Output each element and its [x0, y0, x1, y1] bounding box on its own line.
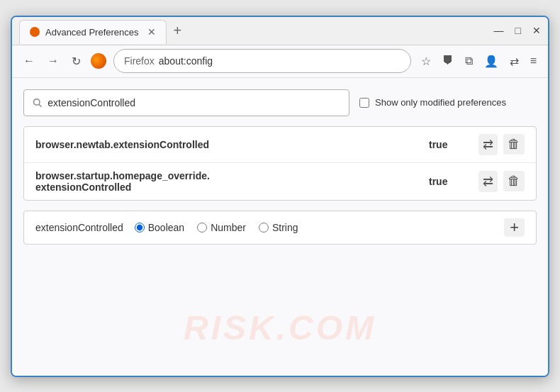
minimize-button[interactable]: —: [494, 25, 504, 36]
add-preference-row: extensionControlled Boolean Number Strin…: [23, 211, 537, 245]
delete-button-1[interactable]: 🗑: [503, 134, 525, 155]
string-radio[interactable]: [259, 223, 269, 233]
toggle-button-2[interactable]: ⇄: [478, 171, 498, 192]
firefox-logo: [91, 53, 106, 69]
window-controls: — □ ✕: [494, 25, 541, 36]
browser-window: Advanced Preferences ✕ + — □ ✕ ← → ↻ Fir…: [11, 16, 549, 377]
forward-button[interactable]: →: [45, 52, 62, 70]
show-modified-checkbox[interactable]: [359, 98, 369, 108]
maximize-button[interactable]: □: [515, 25, 521, 36]
nav-icons: ☆ ⛊ ⧉ 👤 ⇄ ≡: [418, 52, 539, 71]
results-table: browser.newtab.extensionControlled true …: [23, 126, 537, 201]
svg-point-0: [33, 99, 40, 105]
pref-name-1: browser.newtab.extensionControlled: [35, 139, 422, 150]
refresh-button[interactable]: ↻: [69, 52, 84, 71]
number-label: Number: [211, 222, 246, 233]
pref-value-1: true: [429, 139, 471, 150]
tab-title: Advanced Preferences: [45, 27, 139, 38]
search-row: Show only modified preferences: [23, 89, 537, 116]
new-tab-button[interactable]: +: [174, 23, 182, 38]
browser-name: Firefox: [124, 55, 155, 67]
content-area: Show only modified preferences browser.n…: [12, 78, 548, 376]
tab-close-button[interactable]: ✕: [147, 26, 156, 38]
new-pref-name: extensionControlled: [35, 222, 123, 233]
pref-value-2: true: [429, 176, 471, 187]
watermark: RISK.COM: [184, 308, 376, 347]
boolean-radio-option[interactable]: Boolean: [135, 222, 184, 233]
row-actions-2: ⇄ 🗑: [478, 171, 525, 192]
toggle-button-1[interactable]: ⇄: [478, 134, 498, 155]
pref-name-2: browser.startup.homepage_override. exten…: [35, 170, 422, 193]
menu-icon[interactable]: ≡: [527, 52, 539, 70]
star-icon[interactable]: ☆: [418, 52, 434, 71]
title-bar: Advanced Preferences ✕ + — □ ✕: [12, 17, 548, 45]
table-row: browser.newtab.extensionControlled true …: [24, 127, 536, 163]
search-icon: [33, 98, 42, 108]
string-label: String: [272, 222, 298, 233]
type-radio-group: Boolean Number String: [135, 222, 298, 233]
shield-icon[interactable]: ⛊: [439, 52, 457, 70]
show-modified-label: Show only modified preferences: [375, 97, 506, 108]
row-actions-1: ⇄ 🗑: [478, 134, 525, 155]
add-pref-button[interactable]: +: [504, 218, 525, 237]
profile-icon[interactable]: 👤: [481, 52, 501, 71]
tab-favicon: [30, 27, 40, 37]
nav-bar: ← → ↻ Firefox about:config ☆ ⛊ ⧉ 👤 ⇄ ≡: [12, 45, 548, 78]
search-box[interactable]: [23, 89, 349, 116]
browser-tab[interactable]: Advanced Preferences ✕: [19, 20, 167, 44]
close-button[interactable]: ✕: [532, 25, 541, 36]
table-row: browser.startup.homepage_override. exten…: [24, 163, 536, 200]
search-input[interactable]: [47, 97, 340, 108]
sync-icon[interactable]: ⇄: [507, 52, 522, 71]
number-radio[interactable]: [197, 223, 207, 233]
boolean-radio[interactable]: [135, 223, 145, 233]
delete-button-2[interactable]: 🗑: [503, 171, 525, 191]
boolean-label: Boolean: [148, 222, 184, 233]
extension-icon[interactable]: ⧉: [462, 52, 476, 70]
svg-line-1: [39, 104, 41, 106]
url-text: about:config: [159, 55, 213, 67]
back-button[interactable]: ←: [21, 52, 38, 70]
show-modified-checkbox-row[interactable]: Show only modified preferences: [359, 97, 506, 108]
number-radio-option[interactable]: Number: [197, 222, 246, 233]
string-radio-option[interactable]: String: [259, 222, 298, 233]
address-bar[interactable]: Firefox about:config: [113, 49, 411, 73]
